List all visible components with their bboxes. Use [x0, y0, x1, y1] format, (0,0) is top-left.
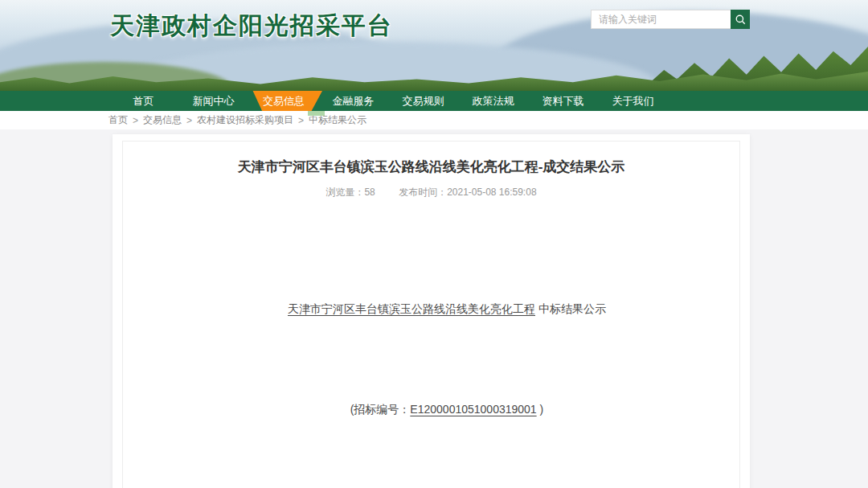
views-count: 58 [364, 187, 375, 198]
page-background: 天津市宁河区丰台镇滨玉公路线沿线美化亮化工程-成交结果公示 浏览量：58 发布时… [0, 129, 868, 488]
views-label: 浏览量： [326, 187, 364, 198]
breadcrumb-separator: > [133, 115, 138, 126]
publish-time: 2021-05-08 16:59:08 [447, 187, 536, 198]
bid-number-suffix: ) [537, 403, 544, 416]
search-button[interactable] [731, 10, 750, 29]
breadcrumb-trade-info[interactable]: 交易信息 [143, 113, 182, 127]
search-input[interactable] [591, 10, 731, 29]
nav-items: 首页 新闻中心 交易信息 金融服务 交易规则 政策法规 资料下载 关于我们 [108, 91, 668, 111]
search-icon [735, 14, 747, 26]
nav-item-policy[interactable]: 政策法规 [458, 91, 528, 111]
site-title: 天津政村企阳光招采平台 [110, 10, 393, 43]
nav-item-trade-rules[interactable]: 交易规则 [388, 91, 458, 111]
article-body: 天津市宁河区丰台镇滨玉公路线沿线美化亮化工程 中标结果公示 (招标编号：E120… [132, 219, 731, 488]
nav-item-trade-info[interactable]: 交易信息 [245, 91, 322, 111]
breadcrumb-separator: > [298, 115, 304, 126]
active-tab-indicator [308, 111, 325, 116]
header-banner: 天津政村企阳光招采平台 [0, 0, 868, 91]
breadcrumb: 首页 > 交易信息 > 农村建设招标采购项目 > 中标结果公示 [0, 111, 868, 129]
nav-item-downloads[interactable]: 资料下载 [528, 91, 598, 111]
main-nav: 首页 新闻中心 交易信息 金融服务 交易规则 政策法规 资料下载 关于我们 [0, 91, 868, 111]
search-bar [591, 10, 750, 29]
result-subtitle: 天津市宁河区丰台镇滨玉公路线沿线美化亮化工程 中标结果公示 [132, 279, 731, 339]
bid-number-line: (招标编号：E1200001051000319001 ) [132, 379, 731, 440]
breadcrumb-rural-projects[interactable]: 农村建设招标采购项目 [197, 113, 293, 127]
bid-number: E1200001051000319001 [410, 403, 536, 416]
nav-item-finance[interactable]: 金融服务 [318, 91, 388, 111]
nav-item-home[interactable]: 首页 [108, 91, 178, 111]
bid-number-label: (招标编号： [350, 403, 411, 416]
breadcrumb-home[interactable]: 首页 [108, 113, 128, 127]
nav-item-about[interactable]: 关于我们 [598, 91, 668, 111]
subtitle-suffix: 中标结果公示 [535, 302, 606, 315]
nav-item-news[interactable]: 新闻中心 [178, 91, 248, 111]
article-container: 天津市宁河区丰台镇滨玉公路线沿线美化亮化工程-成交结果公示 浏览量：58 发布时… [122, 141, 740, 488]
article-title: 天津市宁河区丰台镇滨玉公路线沿线美化亮化工程-成交结果公示 [132, 158, 731, 176]
publish-label: 发布时间： [399, 187, 447, 198]
breadcrumb-separator: > [186, 115, 192, 126]
subtitle-project-name: 天津市宁河区丰台镇滨玉公路线沿线美化亮化工程 [288, 302, 535, 315]
article-meta: 浏览量：58 发布时间：2021-05-08 16:59:08 [132, 186, 731, 199]
content-card: 天津市宁河区丰台镇滨玉公路线沿线美化亮化工程-成交结果公示 浏览量：58 发布时… [113, 134, 750, 488]
